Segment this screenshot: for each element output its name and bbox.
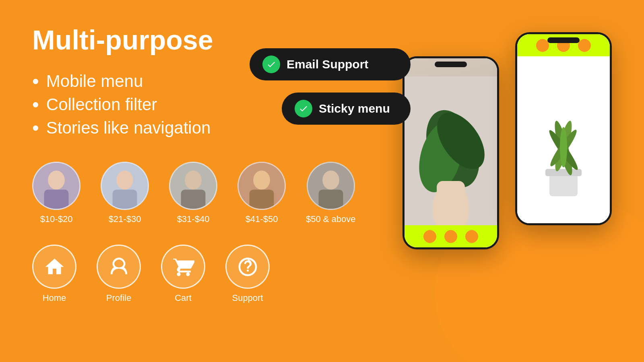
nav-icons-row: Home Profile Cart xyxy=(32,245,612,303)
svg-point-1 xyxy=(48,171,65,190)
nav-item-cart[interactable]: Cart xyxy=(161,245,205,303)
price-label-1: $10-$20 xyxy=(40,214,73,224)
dot-6 xyxy=(578,39,591,52)
avatar-image-4 xyxy=(239,163,285,209)
avatar-image-1 xyxy=(33,163,79,209)
feature-badges: Email Support Sticky menu xyxy=(250,48,411,125)
check-icon-email xyxy=(262,56,280,73)
nav-item-support[interactable]: Support xyxy=(225,245,270,303)
svg-point-7 xyxy=(185,171,202,190)
price-label-2: $21-$30 xyxy=(109,214,141,224)
svg-rect-2 xyxy=(44,190,69,209)
avatar-image-2 xyxy=(102,163,148,209)
price-filter-item-2[interactable]: $21-$30 xyxy=(101,162,149,224)
phone1-screen xyxy=(405,58,497,247)
svg-point-10 xyxy=(253,171,270,190)
phone-mockup-2 xyxy=(515,32,612,225)
cart-icon xyxy=(172,256,194,278)
price-filter-item-1[interactable]: $10-$20 xyxy=(32,162,80,224)
phone1-image xyxy=(405,58,497,225)
phone2-image xyxy=(517,56,610,223)
avatar-image-5 xyxy=(308,163,354,209)
badge-sticky-label: Sticky menu xyxy=(319,102,390,115)
nav-label-home: Home xyxy=(43,293,66,303)
price-filter-item-4[interactable]: $41-$50 xyxy=(237,162,286,224)
hand-leaves-illustration xyxy=(405,76,497,225)
dot-3 xyxy=(465,230,478,243)
nav-label-profile: Profile xyxy=(106,293,131,303)
svg-rect-8 xyxy=(181,190,206,209)
svg-rect-14 xyxy=(318,190,343,209)
checkmark-icon xyxy=(266,60,276,69)
nav-item-profile[interactable]: Profile xyxy=(97,245,141,303)
avatar-circle-3 xyxy=(169,162,217,210)
badge-sticky-menu: Sticky menu xyxy=(282,93,411,125)
svg-rect-5 xyxy=(113,190,137,209)
phone1-bottom-bar xyxy=(405,225,497,247)
price-filter-item-3[interactable]: $31-$40 xyxy=(169,162,217,224)
phone-notch-1 xyxy=(435,62,467,67)
avatar-circle-2 xyxy=(101,162,149,210)
dot-1 xyxy=(423,230,436,243)
price-filter-item-5[interactable]: $50 & above xyxy=(306,162,356,224)
avatar-image-3 xyxy=(170,163,216,209)
aloe-illustration xyxy=(517,76,610,204)
avatar-circle-1 xyxy=(32,162,80,210)
checkmark-icon-2 xyxy=(299,104,308,113)
home-icon xyxy=(43,256,66,278)
home-icon-circle xyxy=(32,245,76,289)
nav-label-support: Support xyxy=(232,293,263,303)
avatar-circle-4 xyxy=(237,162,286,210)
svg-point-28 xyxy=(560,127,567,167)
phone-mockup-1 xyxy=(402,56,499,249)
check-icon-sticky xyxy=(295,100,312,117)
svg-point-13 xyxy=(322,171,339,190)
dot-2 xyxy=(444,230,457,243)
svg-rect-23 xyxy=(545,169,582,176)
profile-icon-circle xyxy=(97,245,141,289)
price-label-4: $41-$50 xyxy=(246,214,278,224)
nav-label-cart: Cart xyxy=(175,293,192,303)
phones-showcase xyxy=(402,24,612,249)
price-label-3: $31-$40 xyxy=(177,214,210,224)
avatar-circle-5 xyxy=(307,162,355,210)
support-icon-circle xyxy=(225,245,270,289)
price-label-5: $50 & above xyxy=(306,214,356,224)
profile-icon xyxy=(108,256,130,278)
support-icon xyxy=(237,256,259,278)
phone2-screen xyxy=(517,34,610,223)
cart-icon-circle xyxy=(161,245,205,289)
nav-item-home[interactable]: Home xyxy=(32,245,76,303)
badge-email-support: Email Support xyxy=(250,48,411,80)
svg-point-4 xyxy=(116,171,133,190)
badge-email-label: Email Support xyxy=(287,58,368,71)
svg-rect-20 xyxy=(437,181,465,221)
phone-notch-2 xyxy=(547,37,580,43)
svg-rect-11 xyxy=(250,190,274,209)
